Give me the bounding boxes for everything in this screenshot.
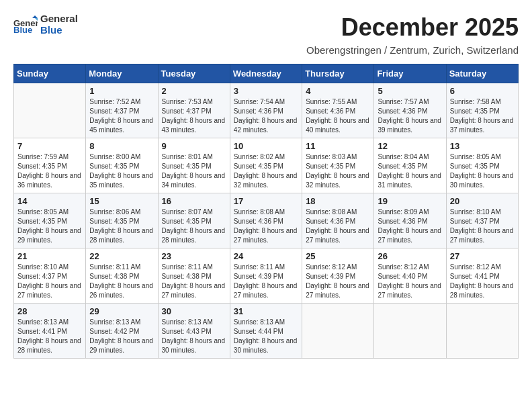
- sunrise-text: Sunrise: 8:02 AM: [234, 153, 285, 161]
- calendar-cell: 21Sunrise: 8:10 AMSunset: 4:37 PMDayligh…: [14, 248, 86, 304]
- sunrise-text: Sunrise: 8:11 AM: [234, 263, 285, 271]
- sunset-text: Sunset: 4:40 PM: [378, 273, 427, 280]
- sunset-text: Sunset: 4:35 PM: [17, 218, 67, 225]
- day-number: 20: [450, 196, 515, 206]
- calendar-cell: 6Sunrise: 7:58 AMSunset: 4:35 PMDaylight…: [446, 83, 518, 138]
- daylight-text: Daylight: 8 hours and 45 minutes.: [89, 117, 153, 134]
- calendar-cell: 1Sunrise: 7:52 AMSunset: 4:37 PMDaylight…: [86, 83, 158, 138]
- daylight-text: Daylight: 8 hours and 27 minutes.: [234, 282, 298, 299]
- logo-general-text: General: [40, 13, 78, 25]
- day-info: Sunrise: 7:53 AMSunset: 4:37 PMDaylight:…: [162, 97, 226, 135]
- sunset-text: Sunset: 4:42 PM: [89, 328, 139, 335]
- sunrise-text: Sunrise: 8:11 AM: [89, 263, 140, 271]
- day-info: Sunrise: 7:52 AMSunset: 4:37 PMDaylight:…: [89, 97, 154, 135]
- daylight-text: Daylight: 8 hours and 28 minutes.: [89, 227, 153, 244]
- sunset-text: Sunset: 4:36 PM: [378, 218, 427, 225]
- sunset-text: Sunset: 4:36 PM: [234, 107, 283, 115]
- day-info: Sunrise: 8:02 AMSunset: 4:35 PMDaylight:…: [234, 152, 298, 190]
- daylight-text: Daylight: 8 hours and 30 minutes.: [450, 172, 514, 189]
- day-info: Sunrise: 8:12 AMSunset: 4:41 PMDaylight:…: [450, 263, 515, 300]
- daylight-text: Daylight: 8 hours and 28 minutes.: [162, 227, 226, 244]
- calendar-cell: [14, 83, 86, 138]
- sunrise-text: Sunrise: 8:10 AM: [450, 208, 501, 216]
- day-info: Sunrise: 8:08 AMSunset: 4:36 PMDaylight:…: [234, 208, 298, 245]
- sunrise-text: Sunrise: 7:58 AM: [450, 98, 501, 105]
- sunset-text: Sunset: 4:35 PM: [234, 163, 283, 170]
- weekday-header-monday: Monday: [86, 64, 158, 83]
- day-number: 12: [378, 141, 442, 151]
- day-number: 3: [234, 86, 298, 96]
- daylight-text: Daylight: 8 hours and 32 minutes.: [306, 172, 369, 189]
- calendar-cell: 26Sunrise: 8:12 AMSunset: 4:40 PMDayligh…: [374, 248, 446, 304]
- sunrise-text: Sunrise: 7:52 AM: [89, 98, 140, 105]
- day-info: Sunrise: 8:12 AMSunset: 4:39 PMDaylight:…: [306, 263, 370, 300]
- sunrise-text: Sunrise: 8:12 AM: [378, 263, 429, 271]
- sunset-text: Sunset: 4:36 PM: [378, 107, 427, 115]
- daylight-text: Daylight: 8 hours and 28 minutes.: [17, 337, 81, 354]
- day-number: 13: [450, 141, 515, 151]
- day-info: Sunrise: 8:13 AMSunset: 4:44 PMDaylight:…: [234, 318, 298, 355]
- calendar-cell: 5Sunrise: 7:57 AMSunset: 4:36 PMDaylight…: [374, 83, 446, 138]
- day-number: 29: [89, 306, 154, 316]
- calendar-cell: 7Sunrise: 7:59 AMSunset: 4:35 PMDaylight…: [14, 138, 86, 193]
- calendar-cell: 20Sunrise: 8:10 AMSunset: 4:37 PMDayligh…: [446, 193, 518, 248]
- calendar-cell: 16Sunrise: 8:07 AMSunset: 4:35 PMDayligh…: [158, 193, 230, 248]
- sunset-text: Sunset: 4:35 PM: [450, 163, 500, 170]
- sunset-text: Sunset: 4:37 PM: [162, 107, 212, 115]
- day-number: 27: [450, 251, 515, 261]
- daylight-text: Daylight: 8 hours and 35 minutes.: [89, 172, 153, 189]
- calendar-cell: 4Sunrise: 7:55 AMSunset: 4:36 PMDaylight…: [302, 83, 374, 138]
- month-year-title: December 2025: [341, 13, 519, 42]
- day-number: 7: [17, 141, 82, 151]
- calendar-week-row-1: 1Sunrise: 7:52 AMSunset: 4:37 PMDaylight…: [14, 83, 519, 138]
- day-info: Sunrise: 8:13 AMSunset: 4:42 PMDaylight:…: [89, 318, 154, 355]
- day-number: 28: [17, 306, 82, 316]
- day-number: 18: [306, 196, 370, 206]
- daylight-text: Daylight: 8 hours and 30 minutes.: [162, 337, 226, 354]
- weekday-header-friday: Friday: [374, 64, 446, 83]
- svg-text:Blue: Blue: [13, 25, 32, 34]
- day-number: 21: [17, 251, 82, 261]
- sunset-text: Sunset: 4:38 PM: [162, 273, 212, 280]
- location-subtitle: Oberengstringen / Zentrum, Zurich, Switz…: [13, 44, 519, 56]
- daylight-text: Daylight: 8 hours and 27 minutes.: [450, 227, 514, 244]
- sunset-text: Sunset: 4:39 PM: [306, 273, 355, 280]
- daylight-text: Daylight: 8 hours and 28 minutes.: [450, 282, 514, 299]
- day-number: 1: [89, 86, 154, 96]
- calendar-cell: 27Sunrise: 8:12 AMSunset: 4:41 PMDayligh…: [446, 248, 518, 304]
- logo-icon: General Blue: [13, 15, 38, 34]
- day-info: Sunrise: 8:10 AMSunset: 4:37 PMDaylight:…: [17, 263, 82, 300]
- calendar-cell: [374, 304, 446, 359]
- day-number: 19: [378, 196, 442, 206]
- day-info: Sunrise: 8:05 AMSunset: 4:35 PMDaylight:…: [17, 208, 82, 245]
- calendar-cell: 8Sunrise: 8:00 AMSunset: 4:35 PMDaylight…: [86, 138, 158, 193]
- calendar-cell: 2Sunrise: 7:53 AMSunset: 4:37 PMDaylight…: [158, 83, 230, 138]
- calendar-cell: 18Sunrise: 8:08 AMSunset: 4:36 PMDayligh…: [302, 193, 374, 248]
- day-number: 17: [234, 196, 298, 206]
- day-info: Sunrise: 8:10 AMSunset: 4:37 PMDaylight:…: [450, 208, 515, 245]
- calendar-cell: [302, 304, 374, 359]
- day-number: 4: [306, 86, 370, 96]
- day-info: Sunrise: 8:05 AMSunset: 4:35 PMDaylight:…: [450, 152, 515, 190]
- header: General Blue General Blue December 2025: [13, 13, 519, 42]
- sunset-text: Sunset: 4:41 PM: [450, 273, 500, 280]
- calendar-week-row-4: 21Sunrise: 8:10 AMSunset: 4:37 PMDayligh…: [14, 248, 519, 304]
- day-number: 22: [89, 251, 154, 261]
- day-info: Sunrise: 8:04 AMSunset: 4:35 PMDaylight:…: [378, 152, 442, 190]
- calendar-cell: 11Sunrise: 8:03 AMSunset: 4:35 PMDayligh…: [302, 138, 374, 193]
- sunrise-text: Sunrise: 8:12 AM: [450, 263, 501, 271]
- sunset-text: Sunset: 4:35 PM: [162, 218, 212, 225]
- sunrise-text: Sunrise: 8:13 AM: [162, 318, 213, 326]
- calendar-cell: 28Sunrise: 8:13 AMSunset: 4:41 PMDayligh…: [14, 304, 86, 359]
- sunset-text: Sunset: 4:37 PM: [89, 107, 139, 115]
- calendar-cell: 9Sunrise: 8:01 AMSunset: 4:35 PMDaylight…: [158, 138, 230, 193]
- daylight-text: Daylight: 8 hours and 29 minutes.: [17, 227, 81, 244]
- day-number: 14: [17, 196, 82, 206]
- day-info: Sunrise: 8:09 AMSunset: 4:36 PMDaylight:…: [378, 208, 442, 245]
- day-info: Sunrise: 8:00 AMSunset: 4:35 PMDaylight:…: [89, 152, 154, 190]
- calendar-cell: 3Sunrise: 7:54 AMSunset: 4:36 PMDaylight…: [230, 83, 302, 138]
- sunrise-text: Sunrise: 8:05 AM: [450, 153, 501, 161]
- calendar-cell: 23Sunrise: 8:11 AMSunset: 4:38 PMDayligh…: [158, 248, 230, 304]
- sunrise-text: Sunrise: 8:13 AM: [234, 318, 285, 326]
- sunrise-text: Sunrise: 7:53 AM: [162, 98, 213, 105]
